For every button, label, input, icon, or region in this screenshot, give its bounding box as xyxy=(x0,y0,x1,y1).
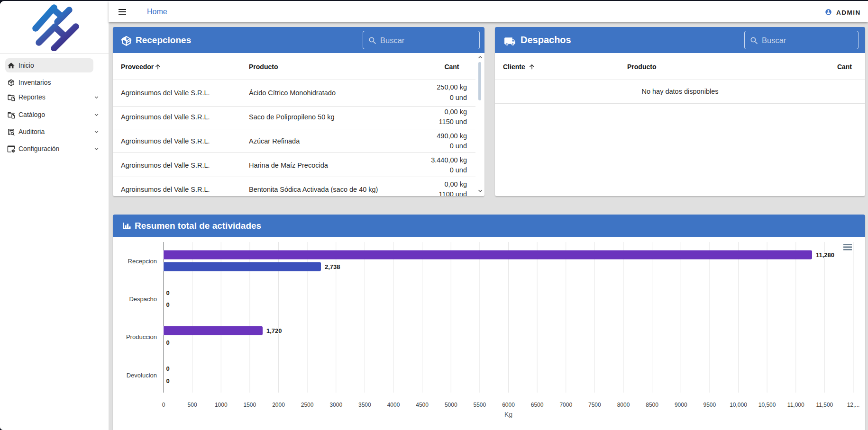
svg-text:7000: 7000 xyxy=(559,402,572,408)
svg-text:0: 0 xyxy=(166,365,170,372)
svg-text:2,738: 2,738 xyxy=(325,263,340,270)
svg-text:Despacho: Despacho xyxy=(129,296,157,303)
svg-text:1000: 1000 xyxy=(215,402,228,408)
svg-text:3500: 3500 xyxy=(358,402,371,408)
svg-text:9000: 9000 xyxy=(675,402,687,408)
svg-text:6500: 6500 xyxy=(531,402,544,408)
svg-text:10,000: 10,000 xyxy=(730,402,747,408)
svg-text:Produccion: Produccion xyxy=(126,333,157,340)
svg-text:7500: 7500 xyxy=(588,402,601,408)
svg-text:12,...: 12,... xyxy=(847,402,860,408)
svg-text:5000: 5000 xyxy=(445,402,457,408)
svg-text:11,280: 11,280 xyxy=(816,251,834,259)
svg-text:2500: 2500 xyxy=(301,402,314,408)
svg-text:Kg: Kg xyxy=(504,411,512,418)
svg-text:11,500: 11,500 xyxy=(816,402,833,408)
svg-text:0: 0 xyxy=(166,377,170,385)
svg-text:9500: 9500 xyxy=(704,402,716,408)
svg-text:1,720: 1,720 xyxy=(266,327,282,334)
svg-text:6000: 6000 xyxy=(502,402,515,408)
svg-text:3000: 3000 xyxy=(329,402,342,408)
svg-text:Recepcion: Recepcion xyxy=(128,258,157,265)
svg-text:500: 500 xyxy=(188,402,197,408)
svg-text:0: 0 xyxy=(166,289,170,296)
svg-text:0: 0 xyxy=(166,301,170,308)
svg-text:0: 0 xyxy=(162,402,165,408)
svg-text:10,500: 10,500 xyxy=(758,402,776,408)
svg-text:8500: 8500 xyxy=(646,402,658,408)
svg-text:4000: 4000 xyxy=(387,402,400,408)
svg-text:8000: 8000 xyxy=(617,402,630,408)
svg-text:4500: 4500 xyxy=(416,402,429,408)
svg-text:Devolucion: Devolucion xyxy=(127,372,157,379)
svg-text:2000: 2000 xyxy=(272,402,285,408)
svg-text:5500: 5500 xyxy=(474,402,486,408)
svg-text:0: 0 xyxy=(166,339,170,346)
svg-text:11,000: 11,000 xyxy=(787,402,804,408)
svg-text:1500: 1500 xyxy=(244,402,256,408)
